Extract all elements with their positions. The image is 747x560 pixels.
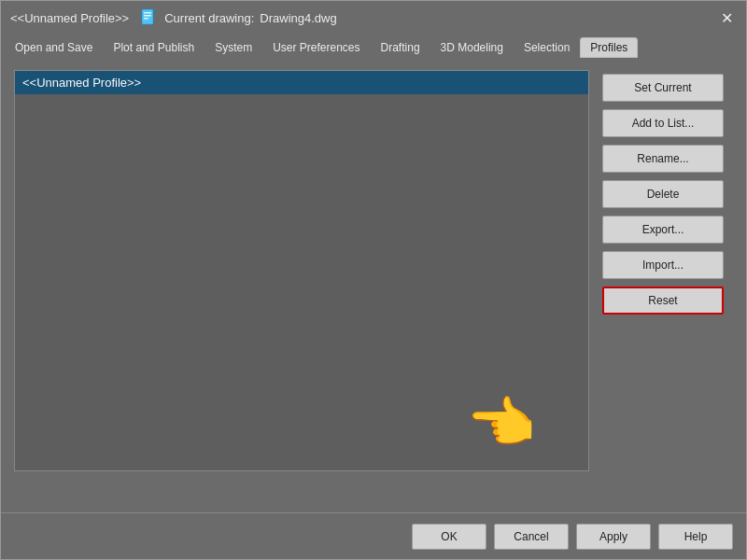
tab-selection[interactable]: Selection [514, 37, 580, 58]
svg-rect-1 [144, 12, 151, 14]
bottom-bar: OK Cancel Apply Help [1, 512, 746, 559]
svg-rect-0 [142, 9, 153, 24]
rename-button[interactable]: Rename... [602, 145, 724, 173]
drawing-file-name: Drawing4.dwg [260, 11, 336, 25]
current-drawing-section: Current drawing: Drawing4.dwg [140, 8, 336, 27]
svg-rect-3 [144, 18, 148, 20]
title-bar: <<Unnamed Profile>> Current drawing: Dra… [1, 1, 746, 35]
set-current-button[interactable]: Set Current [602, 74, 724, 102]
export-button[interactable]: Export... [602, 216, 724, 244]
tabs-bar: Open and Save Plot and Publish System Us… [1, 35, 746, 61]
profile-list-item[interactable]: <<Unnamed Profile>> [15, 71, 588, 94]
title-bar-left: <<Unnamed Profile>> Current drawing: Dra… [10, 8, 337, 27]
tab-3d-modeling[interactable]: 3D Modeling [430, 37, 514, 58]
profile-name: <<Unnamed Profile>> [10, 11, 129, 25]
tab-plot-publish[interactable]: Plot and Publish [103, 37, 204, 58]
options-dialog: <<Unnamed Profile>> Current drawing: Dra… [0, 0, 747, 560]
tab-profiles[interactable]: Profiles [580, 37, 638, 58]
drawing-icon [140, 8, 159, 27]
content-area: <<Unnamed Profile>> Set Current Add to L… [1, 61, 746, 514]
help-button[interactable]: Help [658, 524, 733, 550]
profile-list-panel: <<Unnamed Profile>> [14, 70, 589, 471]
svg-rect-2 [144, 15, 151, 17]
current-drawing-label: Current drawing: [164, 11, 254, 25]
buttons-panel: Set Current Add to List... Rename... Del… [602, 70, 733, 505]
tab-open-save[interactable]: Open and Save [5, 37, 103, 58]
cancel-button[interactable]: Cancel [494, 524, 569, 550]
delete-button[interactable]: Delete [602, 180, 724, 208]
apply-button[interactable]: Apply [576, 524, 651, 550]
tab-system[interactable]: System [204, 37, 262, 58]
svg-marker-4 [153, 9, 157, 13]
tab-drafting[interactable]: Drafting [371, 37, 430, 58]
reset-button[interactable]: Reset [602, 287, 724, 315]
close-button[interactable]: ✕ [716, 7, 737, 28]
add-to-list-button[interactable]: Add to List... [602, 109, 724, 137]
import-button[interactable]: Import... [602, 251, 724, 279]
ok-button[interactable]: OK [412, 524, 486, 550]
tab-user-preferences[interactable]: User Preferences [262, 37, 370, 58]
